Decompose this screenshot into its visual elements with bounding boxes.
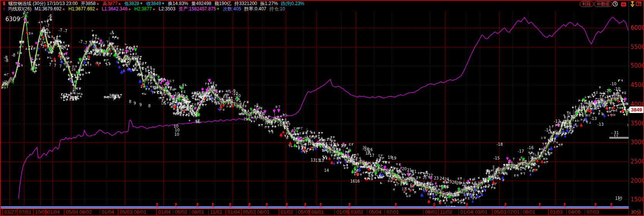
date-label: 08/01 [255, 209, 270, 215]
dollar-event-marker: $ [594, 201, 597, 208]
axis-divider [629, 1, 629, 215]
dollar-event-marker: $ [538, 201, 542, 208]
date-label: 05/05 [296, 209, 311, 215]
dollar-event-marker: $ [503, 201, 507, 208]
up-arrow-icon: ▲ [118, 2, 121, 5]
window-restore-icon[interactable] [636, 2, 641, 6]
y-axis-label: 5500 [631, 43, 643, 50]
y-axis-label: 3000 [631, 139, 643, 146]
y-axis-label: 2000 [631, 177, 643, 184]
date-label: 01/02 [279, 209, 293, 215]
dollar-event-marker: $ [174, 201, 178, 208]
quote-field: 高3877▲ [102, 1, 121, 6]
quote-field: 跌(9)0.23% [281, 1, 304, 6]
period-box[interactable]: 30分 [629, 209, 643, 215]
clock-icon[interactable] [612, 1, 618, 8]
up-arrow-icon: ▲ [96, 2, 99, 5]
date-label: 01/04 [45, 209, 60, 215]
date-label: 09/01 [521, 209, 535, 215]
fill-data-button[interactable]: 补数据 [594, 1, 612, 7]
quote-field: 低3828▼ [124, 1, 143, 6]
date-label: 07/01 [17, 209, 32, 215]
y-axis-label: 2500 [631, 158, 643, 165]
date-label: 04/05 [566, 209, 581, 215]
quote-field: 螺纹钢连续 (30分) 17/10/13 23:00 [8, 1, 78, 6]
date-label: 05/02 [173, 209, 187, 215]
date-label: 08/01 [190, 209, 204, 215]
date-label: 05/04 [367, 209, 381, 215]
quote-field: 额190亿 [214, 1, 231, 6]
price-chart-canvas[interactable] [1, 12, 629, 207]
date-label: 07/03 [585, 209, 599, 215]
dollar-event-marker: $ [196, 201, 199, 208]
quote-field: H2:3877▲ [134, 6, 156, 12]
indicator-info-row: ↑均线双I(26)M1:3679.692▲H1:3677.692▲L1:3642… [3, 6, 285, 12]
quote-field: 开3858▲ [81, 1, 100, 6]
date-label: 09/01 [423, 209, 438, 215]
up-arrow-icon: ▲ [128, 7, 131, 11]
dollar-event-marker: $ [303, 201, 307, 208]
date-label: 01/05 [335, 209, 349, 215]
down-arrow-icon: ▼ [140, 2, 143, 5]
time-range-button[interactable]: 时段 [580, 1, 594, 7]
down-arrow-icon: ▼ [216, 7, 220, 11]
quote-field: 收3849▼ [146, 1, 165, 6]
quote-field: 次数:405 [223, 6, 241, 12]
dollar-event-marker: $ [432, 201, 436, 208]
date-label: 07/01 [385, 209, 399, 215]
y-axis-label: 5000 [631, 62, 643, 69]
dollar-event-marker: $ [248, 201, 251, 208]
quote-info-row: $螺纹钢连续 (30分) 17/10/13 23:00开3858▲高3877▲低… [3, 1, 304, 6]
quote-field: L1:3642.346▲ [102, 6, 131, 12]
quote-field: 胜率:0.407 [244, 6, 266, 12]
dollar-event-marker: $ [348, 201, 351, 208]
date-label: 11/02 [438, 209, 452, 215]
date-label: 01/04 [226, 209, 240, 215]
quote-field: H1:3677.692▲ [69, 6, 99, 12]
chip-icon[interactable] [620, 2, 627, 8]
date-axis: 03/2707/0110/0901/0405/0408/0201/0405/03… [1, 208, 629, 216]
quote-field: L2:3503 [159, 6, 175, 12]
instrument-icon: $ [3, 1, 5, 6]
date-label: 01/04 [156, 209, 171, 215]
date-label: 08/01 [309, 209, 324, 215]
y-axis-label: 1500 [631, 196, 643, 203]
y-axis-label: 6000 [631, 24, 643, 31]
trading-app-window: $螺纹钢连续 (30分) 17/10/13 23:00开3858▲高3877▲低… [0, 0, 644, 216]
trend-up-icon: ↑ [3, 6, 5, 12]
up-arrow-icon: ▲ [95, 7, 99, 11]
up-arrow-icon: ▲ [62, 7, 65, 11]
anchor-icon[interactable] [630, 1, 635, 8]
dollar-event-marker: $ [609, 201, 613, 208]
date-label: 08/01 [132, 209, 147, 215]
date-label: 01/04 [100, 209, 114, 215]
quote-field: 持仓:10 [269, 6, 285, 12]
dollar-event-marker: $ [319, 201, 323, 208]
dollar-event-marker: $ [228, 201, 232, 208]
dollar-event-marker: $ [285, 201, 289, 208]
dollar-event-marker: $ [265, 201, 269, 208]
date-label: 03/02 [349, 209, 363, 215]
quote-field: 持3321200 [234, 1, 257, 6]
quote-field: 换14.83% [168, 1, 188, 6]
date-label: 07/01 [505, 209, 520, 215]
date-label: 05/03 [492, 209, 507, 215]
date-label: 05/04 [64, 209, 79, 215]
refresh-interval-label: 1秒 [615, 195, 622, 202]
quote-field: 资产:1582457.875▼ [179, 6, 220, 12]
quote-field: 量492498 [191, 1, 211, 6]
dollar-event-marker: $ [563, 201, 567, 208]
quote-field: 振1.27% [260, 1, 278, 6]
dollar-event-marker: $ [394, 201, 398, 208]
date-label: 05/02 [241, 209, 256, 215]
date-label: 01/04 [458, 209, 473, 215]
current-price-tag: 3849 [629, 106, 644, 113]
dollar-event-marker: $ [211, 201, 215, 208]
date-label: 08/02 [77, 209, 92, 215]
y-axis-label: 3500 [631, 120, 643, 127]
date-label: 11/01 [208, 209, 222, 215]
y-axis-label: 4500 [631, 81, 643, 88]
date-label: 03/27 [2, 209, 17, 215]
dollar-event-marker: $ [155, 201, 159, 208]
date-label: 01/03 [548, 209, 563, 215]
